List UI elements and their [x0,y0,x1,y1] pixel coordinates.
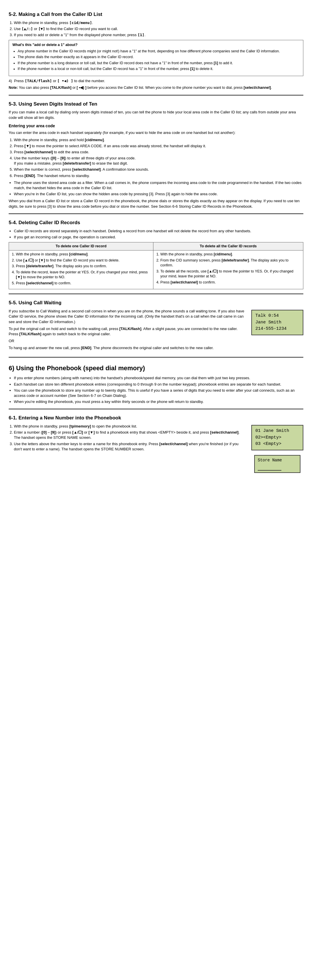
phonebook-line-1: 01 Jane Smith [255,428,299,434]
divider-5-5 [9,294,303,294]
section-5-3-intro: If you can make a local call by dialing … [9,110,303,120]
list-item: With the phone in standby, press [cid/me… [160,252,301,257]
list-item: Press [▼] to move the pointer to select … [14,143,303,149]
list-item: You can use the phonebook to store any n… [14,388,303,398]
page-content: 5-2. Making a Call from the Caller ID Li… [9,11,303,474]
list-item: Enter a number ([0] – [9]) or press [▲/☐… [14,430,245,440]
section-5-2-steps: With the phone in standby, press [cid/me… [14,20,303,38]
section-5-3-subheading: Entering your area code [9,123,303,129]
section-5-3-closing: When you dial from a Caller ID list or s… [9,199,303,209]
store-name-screen: Store Name [254,455,301,473]
key-speaker: [ •◀) ] [57,79,73,83]
table-col1-steps: With the phone in standby, press [cid/me… [9,250,154,289]
list-item: If you need to add or delete a "1" from … [14,32,303,38]
info-box-list: Any phone number in the Caller ID record… [17,49,299,72]
section-5-4-title: 5-4. Deleting Caller ID Records [9,219,303,226]
section-5-2-title: 5-2. Making a Call from the Caller ID Li… [9,11,303,18]
section-5-5-screen: Talk 0:54 Jane Smith 214-555-1234 [251,309,303,336]
section-6-1-screens: 01 Jane Smith 02><Empty> 03 <Empty> Stor… [251,424,303,474]
info-box-add-delete: What's this "add or delete a 1" about? A… [9,40,303,76]
list-item: Press [select/channel] to confirm. [16,281,151,286]
screen-line-1: Talk 0:54 [255,313,299,319]
list-item: Use the number keys ([0] – [9]) to enter… [14,156,303,166]
list-item: When you're editing the phonebook, you m… [14,399,303,404]
list-item: If you enter phone numbers (along with n… [14,375,303,381]
store-name-line: Store Name [258,457,297,463]
key-talk-flash: [TALK/flash] [25,79,52,83]
list-item: Use [▲/☐] or [▼] to find the Caller ID r… [14,26,303,32]
section-6-1-steps: With the phone in standby, press [tp/mem… [14,424,245,452]
divider-6-1 [9,409,303,409]
list-item: Press [select/channel] to confirm. [160,280,301,285]
list-item: When the number is correct, press [selec… [14,167,303,172]
list-item: To delete the record, leave the pointer … [16,270,151,280]
section-5-5-para2: To put the original call on hold and swi… [9,326,245,337]
section-5-5-text: If you subscribe to Call Waiting and a s… [9,309,245,352]
list-item: The phone dials the number exactly as it… [17,55,299,60]
list-item: Press [select/channel] to edit the area … [14,150,303,155]
section-5-5-intro: If you subscribe to Call Waiting and a s… [9,309,245,325]
section-5-5-or: OR [9,339,245,344]
call-waiting-screen: Talk 0:54 Jane Smith 214-555-1234 [251,310,303,335]
screen-line-3: 214-555-1234 [255,326,299,332]
list-item: Any phone number in the Caller ID record… [17,49,299,54]
list-item: If the phone number is a long distance o… [17,61,299,66]
step-4: 4) Press [TALK/flash] or [ •◀) ] to dial… [9,78,303,84]
section-5-3-bullets: The phone uses the stored area code as a… [14,180,303,197]
divider-6 [9,357,303,358]
info-box-title: What's this "add or delete a 1" about? [13,43,299,48]
note-talk-flash: Note: You can also press [TALK/flash] or… [9,85,303,91]
key-1: [1] [138,33,144,37]
delete-table: To delete one Caller ID record To delete… [9,242,303,290]
screen-line-2: Jane Smith [255,319,299,326]
divider-5-4 [9,213,303,214]
section-6-bullets: If you enter phone numbers (along with n… [14,375,303,404]
list-item: From the CID summary screen, press [dele… [160,258,301,268]
section-5-3-steps: With the phone in standby, press and hol… [14,137,303,178]
table-header-col2: To delete all the Caller ID records [154,242,303,250]
section-5-5-content: If you subscribe to Call Waiting and a s… [9,309,303,352]
table-col2-steps: With the phone in standby, press [cid/me… [154,250,303,289]
list-item: When you're in the Caller ID list, you c… [14,191,303,197]
list-item: With the phone in standby, press [tp/mem… [14,424,245,429]
list-item: Press [END]. The handset returns to stan… [14,173,303,178]
section-5-3-subintro: You can enter the area code in each hand… [9,130,303,135]
divider-5-3 [9,95,303,95]
phonebook-line-3: 03 <Empty> [255,441,299,447]
section-6-1-title: 6-1. Entering a New Number into the Phon… [9,415,303,422]
key-cid-menu: [cid/menu] [69,21,92,25]
section-5-5-para3: To hang up and answer the new call, pres… [9,345,245,351]
key-up: [▲/☐] [22,27,33,31]
section-6-1-text: With the phone in standby, press [tp/mem… [9,424,245,453]
list-item: With the phone in standby, press and hol… [14,137,303,143]
list-item: Each handset can store ten different pho… [14,382,303,387]
list-item: With the phone in standby, press [cid/me… [16,252,151,257]
list-item: To delete all the records, use [▲/☐] to … [160,269,301,279]
list-item: The phone uses the stored area code as a… [14,180,303,191]
list-item: Press [delete/transfer]. The display ask… [16,264,151,269]
phonebook-list-screen: 01 Jane Smith 02><Empty> 03 <Empty> [251,425,303,450]
table-header-col1: To delete one Caller ID record [9,242,154,250]
list-item: With the phone in standby, press [cid/me… [14,20,303,25]
section-6-1-content: With the phone in standby, press [tp/mem… [9,424,303,474]
store-name-cursor [258,464,281,471]
list-item: Use the letters above the number keys to… [14,441,245,452]
key-down: [▼] [38,27,45,31]
list-item: Use [▲/☐] or [▼] to find the Caller ID r… [16,258,151,263]
section-5-5-title: 5-5. Using Call Waiting [9,299,303,306]
section-5-3-title: 5-3. Using Seven Digits Instead of Ten [9,101,303,108]
list-item: Caller ID records are stored separately … [14,229,303,234]
section-5-4-intro-list: Caller ID records are stored separately … [14,229,303,240]
list-item: If you get an incoming call or page, the… [14,235,303,240]
phonebook-line-2: 02><Empty> [255,434,299,441]
list-item: If the phone number is a local or non-to… [17,67,299,72]
section-6-title: 6) Using the Phonebook (speed dial memor… [9,364,303,373]
